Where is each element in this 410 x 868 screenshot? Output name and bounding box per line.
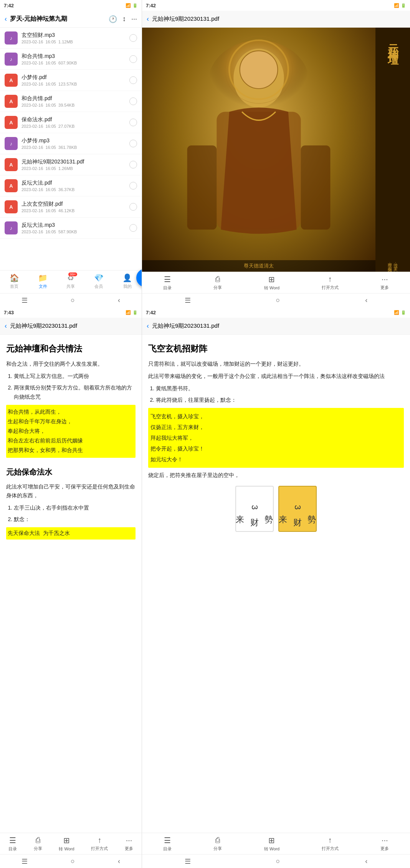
recent-tag: 上次 [21, 201, 32, 207]
open-with-button[interactable]: ↑ 打开方式 [322, 275, 339, 290]
share-button[interactable]: ⎙ 分享 [34, 836, 42, 851]
convert-word-button[interactable]: ⊞ 转 Word [264, 275, 279, 291]
doc-para-2: 此法可带来磁场的变化，一般用于这个办公室，或此法相当于一个阵法，奥似本法这样改变… [148, 372, 404, 381]
tab-share[interactable]: ♻ 99+ 共享 [66, 273, 75, 289]
home-circle-icon[interactable]: ○ [71, 857, 75, 865]
toc-label: 目录 [163, 846, 172, 852]
sort-icon[interactable]: ↕ [122, 15, 126, 23]
toc-icon: ☰ [164, 275, 171, 284]
tab-files[interactable]: 📁 文件 [38, 273, 48, 289]
share-button[interactable]: ⎙ 分享 [213, 275, 222, 290]
back-nav-icon[interactable]: ‹ [118, 857, 120, 865]
word-label: 转 Word [264, 285, 279, 291]
file-checkbox[interactable] [129, 203, 137, 211]
file-info: 元始神坛9期20230131.pdf 2023-02-16 16:05 1.26… [21, 158, 126, 171]
doc-list-2: 左手三山决，右手剑指在水中置 默念： [6, 503, 136, 524]
menu-icon[interactable]: ☰ [21, 296, 28, 305]
highlighted-bottom: 先天保命大法 为千炁之水 [6, 527, 136, 540]
menu-icon[interactable]: ☰ [21, 857, 28, 866]
open-with-button[interactable]: ↑ 打开方式 [322, 836, 339, 851]
convert-word-button[interactable]: ⊞ 转 Word [264, 836, 279, 852]
file-checkbox[interactable] [129, 140, 137, 147]
file-item-5[interactable]: ♪ 小梦传.mp3 2023-02-16 16:05 361.78KB [0, 133, 142, 154]
file-type-icon: ♪ [5, 137, 18, 150]
open-label: 打开方式 [322, 846, 339, 851]
file-item-8[interactable]: A 上次玄空招财.pdf 2023-02-16 16:05 46.12KB [0, 196, 142, 218]
more-label: 更多 [380, 846, 389, 851]
file-item-0[interactable]: ♪ 玄空招财.mp3 2023-02-16 16:05 1.12MB [0, 28, 142, 49]
more-icon[interactable]: ··· [131, 15, 137, 23]
doc-content-right[interactable]: 飞空玄机招财阵 只需符和法，就可以改变磁场，增加财运的一个更好，财运更好。 此法… [142, 335, 410, 833]
file-name: 小梦传.mp3 [21, 137, 126, 144]
open-label: 打开方式 [322, 285, 339, 290]
file-item-3[interactable]: A 和合共情.pdf 2023-02-16 16:05 39.54KB [0, 91, 142, 112]
file-checkbox[interactable] [129, 34, 137, 42]
more-icon: ··· [126, 836, 132, 845]
open-label: 打开方式 [91, 846, 108, 851]
list-item: 黄纸黑墨书符。 [156, 384, 404, 393]
file-checkbox[interactable] [129, 97, 137, 105]
toc-button[interactable]: ☰ 目录 [163, 275, 172, 291]
file-item-2[interactable]: A 小梦传.pdf 2023-02-16 16:05 123.57KB [0, 70, 142, 91]
home-circle-icon[interactable]: ○ [71, 296, 75, 304]
file-list-nav-bar: ‹ 罗天-元始神坛第九期 🕐 ↕ ··· [0, 11, 142, 28]
file-item-1[interactable]: ♪ 和合共情.mp3 2023-02-16 16:05 607.90KB [0, 49, 142, 70]
svg-rect-4 [187, 145, 217, 229]
tab-vip[interactable]: 💎 会员 [94, 273, 104, 289]
convert-word-button[interactable]: ⊞ 转 Word [59, 836, 74, 852]
toc-button[interactable]: ☰ 目录 [8, 836, 17, 852]
file-checkbox[interactable] [129, 224, 137, 232]
tab-mine[interactable]: 👤 我的 [122, 273, 132, 289]
back-button[interactable]: ‹ [147, 15, 149, 23]
file-type-icon: ♪ [5, 31, 18, 45]
file-name: 反坛大法.pdf [21, 180, 126, 186]
back-nav-icon[interactable]: ‹ [365, 296, 367, 304]
word-icon: ⊞ [63, 836, 70, 845]
file-checkbox[interactable] [129, 119, 137, 126]
home-circle-icon[interactable]: ○ [276, 296, 280, 304]
back-nav-icon[interactable]: ‹ [365, 857, 367, 865]
status-bar-bottom-left: 7:43 📶 🔋 [0, 307, 142, 318]
pdf-cover-preview[interactable]: 尊天德道清太 元始神壇 传法：罗天 整理：石火光阴 [142, 28, 410, 272]
file-type-icon: A [5, 158, 18, 171]
file-info: 保命法水.pdf 2023-02-16 16:05 27.07KB [21, 116, 126, 129]
status-bar-top-right: 7:42 📶 🔋 [142, 0, 410, 11]
file-item-7[interactable]: A 反坛大法.pdf 2023-02-16 16:05 36.37KB [0, 175, 142, 196]
file-type-icon: A [5, 179, 18, 192]
file-checkbox[interactable] [129, 76, 137, 84]
home-circle-icon[interactable]: ○ [276, 857, 280, 865]
menu-icon[interactable]: ☰ [185, 857, 191, 866]
doc-nav-bar-right: ‹ 元始神坛9期20230131.pdf [142, 318, 410, 335]
bottom-tab-bar: 🏠 首页 📁 文件 ♻ 99+ 共享 💎 会员 👤 我的 [0, 270, 142, 293]
file-checkbox[interactable] [129, 161, 137, 168]
tab-home[interactable]: 🏠 首页 [10, 273, 19, 289]
file-type-icon: ♪ [5, 53, 18, 66]
share-button[interactable]: ⎙ 分享 [213, 836, 222, 851]
home-icon: 🏠 [10, 273, 19, 282]
back-button[interactable]: ‹ [147, 322, 149, 330]
file-item-6[interactable]: A 元始神坛9期20230131.pdf 2023-02-16 16:05 1.… [0, 154, 142, 175]
doc-list-1: 黄纸黑墨书符。 将此符烧后，往屋里扬起，默念： [148, 384, 404, 405]
history-icon[interactable]: 🕐 [109, 15, 117, 23]
back-button[interactable]: ‹ [5, 15, 7, 23]
file-item-9[interactable]: ♪ 反坛大法.mp3 2023-02-16 16:05 587.90KB [0, 218, 142, 239]
file-item-4[interactable]: A 保命法水.pdf 2023-02-16 16:05 27.07KB [0, 112, 142, 133]
file-name: 元始神坛9期20230131.pdf [21, 158, 126, 165]
back-button[interactable]: ‹ [5, 322, 7, 330]
more-button[interactable]: ··· 更多 [125, 836, 133, 851]
file-checkbox[interactable] [129, 182, 137, 190]
open-with-button[interactable]: ↑ 打开方式 [91, 836, 108, 851]
tab-label: 会员 [94, 284, 103, 289]
file-info: 玄空招财.mp3 2023-02-16 16:05 1.12MB [21, 32, 126, 44]
status-icons: 📶 🔋 [126, 310, 138, 315]
talisman-card-yellow: 勢3财来 [278, 486, 317, 532]
menu-icon[interactable]: ☰ [185, 296, 191, 305]
file-checkbox[interactable] [129, 55, 137, 63]
mine-icon: 👤 [122, 273, 132, 282]
doc-content-left[interactable]: 元始神壇和合共情法 和合之法，用于交往的两个人发生发展。 黄纸上写上双方信息。一… [0, 335, 142, 833]
back-nav-icon[interactable]: ‹ [118, 296, 120, 304]
file-info: 小梦传.mp3 2023-02-16 16:05 361.78KB [21, 137, 126, 150]
more-button[interactable]: ··· 更多 [380, 836, 389, 851]
toc-button[interactable]: ☰ 目录 [163, 836, 172, 852]
more-button[interactable]: ··· 更多 [380, 275, 389, 290]
